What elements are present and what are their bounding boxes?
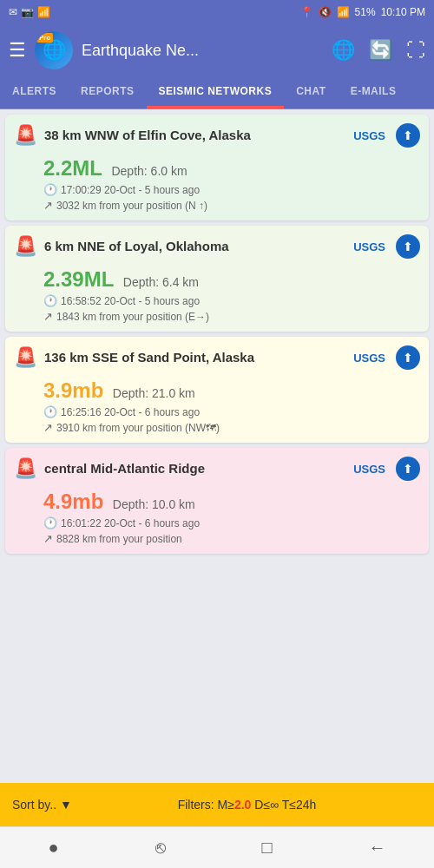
fullscreen-icon[interactable]: ⛶ [406,39,425,62]
sort-control[interactable]: Sort by.. ▼ [12,798,72,812]
compass-icon-3: ↗ [43,421,53,434]
status-bar: ✉ 📷 📶 📍 🔇 📶 51% 10:10 PM [0,0,434,24]
clock-icon-4: 🕐 [43,516,57,529]
eq-time-2: 🕐 16:58:52 20-Oct - 5 hours ago [43,294,420,307]
eq-magnitude-1: 2.2ML [43,156,102,180]
eq-share-1[interactable]: ⬆ [396,123,420,148]
eq-time-4: 🕐 16:01:22 20-Oct - 6 hours ago [43,516,420,529]
clock: 10:10 PM [381,6,425,18]
earthquake-icon-3: 🚨 [14,346,37,369]
tab-chat[interactable]: CHAT [284,76,338,108]
filters-display: Filters: M≥2.0 D≤∞ T≤24h [72,798,422,812]
filters-suffix: D≤∞ T≤24h [251,798,316,812]
signal-icon: 📶 [37,6,50,18]
tab-alerts[interactable]: ALERTS [0,76,69,108]
sort-label[interactable]: Sort by.. [12,798,56,812]
earthquake-card-3: 🚨 136 km SSE of Sand Point, Alaska USGS … [5,337,429,443]
eq-source-4: USGS [353,463,385,476]
clock-icon-1: 🕐 [43,183,57,196]
earthquake-list: 🚨 38 km WNW of Elfin Cove, Alaska USGS ⬆… [0,109,434,779]
eq-distance-2: ↗ 1843 km from your position (E→) [43,310,420,323]
eq-source-2: USGS [353,240,385,253]
clock-icon-2: 🕐 [43,294,57,307]
bottom-filter-bar: Sort by.. ▼ Filters: M≥2.0 D≤∞ T≤24h [0,783,434,826]
eq-time-text-1: 17:00:29 20-Oct - 5 hours ago [61,184,200,196]
battery-level: 51% [355,6,376,18]
location-icon: 📍 [300,6,313,18]
eq-share-3[interactable]: ⬆ [396,345,420,370]
eq-time-3: 🕐 16:25:16 20-Oct - 6 hours ago [43,405,420,418]
eq-distance-text-2: 1843 km from your position (E→) [56,311,209,323]
compass-icon-2: ↗ [43,310,53,323]
earthquake-icon-2: 🚨 [14,235,37,258]
wifi-icon: 📶 [337,6,350,18]
eq-depth-1: Depth: 6.0 km [111,164,187,178]
compass-icon-4: ↗ [43,532,53,545]
earthquake-icon-4: 🚨 [14,457,37,480]
app-header: ☰ 🌐 Pro Earthquake Ne... 🌐 🔄 ⛶ [0,24,434,76]
compass-icon-1: ↗ [43,199,53,212]
clock-icon-3: 🕐 [43,405,57,418]
eq-time-text-3: 16:25:16 20-Oct - 6 hours ago [61,406,200,418]
nav-back-icon[interactable]: ← [369,838,386,858]
menu-icon[interactable]: ☰ [9,39,26,62]
eq-location-4: central Mid-Atlantic Ridge [44,460,346,477]
eq-magnitude-4: 4.9mb [43,490,103,513]
tab-seismic-networks[interactable]: SEISMIC NETWORKS [147,76,285,108]
eq-share-2[interactable]: ⬆ [396,234,420,259]
eq-depth-4: Depth: 10.0 km [113,497,195,511]
eq-time-1: 🕐 17:00:29 20-Oct - 5 hours ago [43,183,420,196]
eq-location-2: 6 km NNE of Loyal, Oklahoma [44,238,346,255]
status-right: 📍 🔇 📶 51% 10:10 PM [300,6,425,18]
app-title: Earthquake Ne... [82,42,323,60]
pro-badge: Pro [36,33,53,43]
eq-location-1: 38 km WNW of Elfin Cove, Alaska [44,127,346,144]
mute-icon: 🔇 [319,6,332,18]
camera-icon: 📷 [21,6,34,18]
eq-location-3: 136 km SSE of Sand Point, Alaska [44,349,346,366]
eq-distance-1: ↗ 3032 km from your position (N ↑) [43,199,420,212]
eq-depth-2: Depth: 6.4 km [123,275,199,289]
app-logo: 🌐 Pro [35,31,73,69]
tab-emails[interactable]: E-MAILS [339,76,409,108]
eq-depth-3: Depth: 21.0 km [113,386,195,400]
eq-magnitude-2: 2.39ML [43,267,114,291]
tab-reports[interactable]: REPORTS [69,76,147,108]
globe-icon[interactable]: 🌐 [332,39,355,62]
eq-time-text-2: 16:58:52 20-Oct - 5 hours ago [61,295,200,307]
tabs-bar: ALERTS REPORTS SEISMIC NETWORKS CHAT E-M… [0,76,434,109]
earthquake-card-2: 🚨 6 km NNE of Loyal, Oklahoma USGS ⬆ 2.3… [5,226,429,332]
eq-source-3: USGS [353,352,385,365]
eq-source-1: USGS [353,129,385,142]
filters-magnitude: 2.0 [234,798,251,812]
filters-prefix: Filters: M≥ [178,798,234,812]
eq-distance-text-3: 3910 km from your position (NW🗺) [56,422,220,434]
header-actions: 🌐 🔄 ⛶ [332,39,425,62]
eq-magnitude-3: 3.9mb [43,378,103,402]
earthquake-card-4: 🚨 central Mid-Atlantic Ridge USGS ⬆ 4.9m… [5,448,429,554]
eq-distance-3: ↗ 3910 km from your position (NW🗺) [43,421,420,434]
refresh-icon[interactable]: 🔄 [369,39,392,62]
mail-icon: ✉ [9,6,17,18]
nav-recent-icon[interactable]: ⎋ [155,838,166,858]
eq-distance-4: ↗ 8828 km from your position [43,532,420,545]
sort-chevron-icon[interactable]: ▼ [60,798,72,812]
eq-time-text-4: 16:01:22 20-Oct - 6 hours ago [61,517,200,529]
navigation-bar: ● ⎋ □ ← [0,826,434,868]
eq-share-4[interactable]: ⬆ [396,457,420,481]
earthquake-icon-1: 🚨 [14,124,37,147]
eq-distance-text-4: 8828 km from your position [56,533,182,545]
earthquake-card-1: 🚨 38 km WNW of Elfin Cove, Alaska USGS ⬆… [5,115,429,220]
eq-distance-text-1: 3032 km from your position (N ↑) [56,200,207,212]
status-left-icons: ✉ 📷 📶 [9,6,50,18]
nav-home-icon[interactable]: ● [48,838,58,858]
nav-home-button-icon[interactable]: □ [261,838,272,858]
